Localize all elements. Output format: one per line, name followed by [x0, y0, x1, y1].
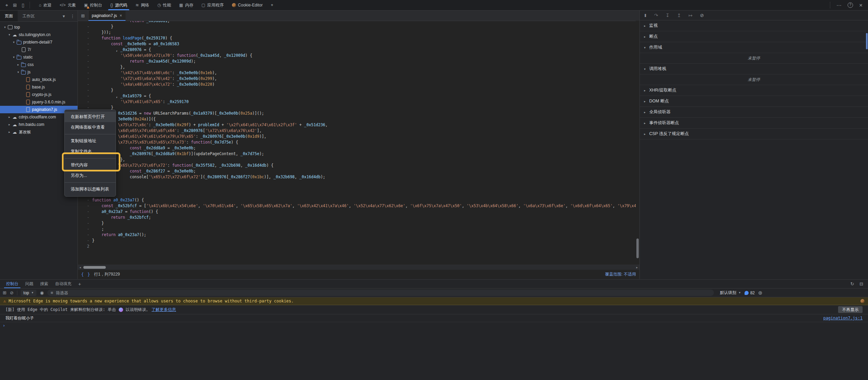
coverage-status[interactable]: 覆盖范围: 不适用 — [605, 271, 636, 277]
tree-item-base.js[interactable]: base.js — [0, 83, 78, 91]
domain-cloud-icon: ☁ — [13, 122, 17, 127]
filter-input[interactable] — [55, 290, 710, 296]
tree-item-css[interactable]: ▸css — [0, 61, 78, 68]
menu-item-item[interactable]: 复制链接地址 — [65, 136, 116, 146]
log-level-select[interactable]: 默认级别 ▼ — [720, 290, 741, 296]
tree-item-crypto-js.js[interactable]: crypto-js.js — [0, 91, 78, 98]
pretty-print-icon[interactable]: { } — [81, 272, 91, 277]
learn-more-link[interactable]: 了解更多信息 — [152, 307, 176, 313]
scroll-right-icon[interactable]: ▸ — [635, 266, 639, 269]
help-icon[interactable]: ? — [848, 2, 853, 8]
tree-item-top[interactable]: ▾top — [0, 23, 78, 31]
editor-vertical-scrollbar[interactable] — [636, 21, 639, 263]
token: new — [144, 111, 151, 116]
section-header[interactable]: ▸DOM 断点 — [640, 96, 868, 106]
menu-item-item[interactable]: 添加脚本以忽略列表 — [65, 184, 116, 195]
chevron-collapsed-icon[interactable]: ▸ — [7, 115, 12, 119]
console-tab-自动填充[interactable]: 自动填充 — [52, 280, 75, 288]
refresh-panel-icon[interactable]: ↻ — [850, 281, 854, 286]
inspect-icon[interactable]: ⌖ — [5, 3, 8, 7]
log-source-link[interactable]: pagination7.js:1 — [823, 316, 863, 320]
tree-item-auto_block.js[interactable]: auto_block.js — [0, 76, 78, 83]
tab-memory[interactable]: ▦内存 — [175, 0, 197, 10]
chevron-expanded-icon[interactable]: ▾ — [12, 40, 16, 44]
add-console-tab[interactable]: + — [75, 280, 84, 288]
tree-item-static[interactable]: ▾static — [0, 53, 78, 61]
console-sidebar-icon[interactable]: ⊞ — [3, 290, 6, 295]
sidebar-scrollbar[interactable] — [866, 33, 868, 49]
tab-cookie[interactable]: Cookie-Editor — [228, 0, 267, 10]
pause-icon[interactable]: ‖ — [645, 13, 647, 18]
chevron-collapsed-icon[interactable]: ▸ — [7, 123, 12, 126]
issues-counter[interactable]: 82 — [745, 291, 755, 295]
editor-tab-pagination7[interactable]: pagination7.js × — [88, 11, 126, 21]
tab-performance[interactable]: ◷性能 — [153, 0, 175, 10]
tree-item-problem-detail-7[interactable]: ▾problem-detail/7 — [0, 38, 78, 46]
scrollbar-thumb[interactable] — [83, 266, 106, 269]
console-settings-icon[interactable]: ⊛ — [758, 290, 763, 296]
clear-console-icon[interactable]: ⊘ — [10, 290, 14, 295]
chevron-collapsed-icon[interactable]: ▸ — [16, 63, 20, 66]
live-expression-eye-icon[interactable]: ◉ — [40, 290, 44, 295]
menu-item-item[interactable]: 复制文件名 — [65, 146, 116, 157]
tab-console[interactable]: ▣控制台 — [80, 0, 106, 10]
console-prompt[interactable]: › — [0, 322, 868, 329]
section-header[interactable]: ▸CSP 违反了规定断点 — [640, 129, 868, 139]
section-header[interactable]: ▸断点 — [640, 31, 868, 42]
section-header[interactable]: ▸监视 — [640, 20, 868, 31]
section-header[interactable]: ▸全局侦听器 — [640, 107, 868, 117]
chevron-expanded-icon[interactable]: ▾ — [16, 70, 20, 74]
dock-panel-icon[interactable]: ⊟ — [859, 281, 863, 286]
tab-home[interactable]: ⌂欢迎 — [35, 0, 55, 10]
more-options-icon[interactable]: ⋯ — [836, 3, 841, 8]
step-icon[interactable]: ↦ — [688, 13, 692, 18]
step-out-icon[interactable]: ↥ — [677, 13, 681, 18]
frame-icon — [8, 25, 13, 29]
dismiss-button[interactable]: 不再显示 — [838, 306, 863, 313]
step-over-icon[interactable]: ↷ — [654, 13, 658, 18]
console-filter[interactable]: ≡ — [47, 290, 714, 296]
kebab-menu-icon[interactable]: ⋮ — [68, 11, 78, 21]
chevron-down-icon[interactable]: ▾ — [60, 11, 68, 21]
section-header[interactable]: ▸事件侦听器断点 — [640, 118, 868, 128]
menu-item-item[interactable]: 另存为... — [65, 170, 116, 181]
scroll-left-icon[interactable]: ◂ — [78, 266, 83, 269]
tab-network[interactable]: ≋网络 — [131, 0, 153, 10]
chevron-expanded-icon[interactable]: ▾ — [7, 33, 12, 36]
tree-item-7-[interactable]: 7/ — [0, 46, 78, 53]
navigator-tab-workspace[interactable]: 工作区 — [18, 11, 39, 21]
section-header[interactable]: ▾调用堆栈 — [640, 64, 868, 74]
frame-context-select[interactable]: top ▼ — [21, 290, 37, 296]
token: _0x12009d — [170, 59, 191, 64]
section-header[interactable]: ▾作用域 — [640, 42, 868, 53]
tab-sources[interactable]: {}源代码 — [106, 0, 131, 10]
chevron-expanded-icon[interactable]: ▾ — [3, 26, 7, 29]
console-tab-控制台[interactable]: 控制台 — [3, 280, 22, 288]
menu-item-item[interactable]: 在网络面板中查看 — [65, 122, 116, 133]
tree-item-stu.tulingpyton.cn[interactable]: ▾☁stu.tulingpyton.cn — [0, 31, 78, 38]
menu-item-item[interactable]: 在新标签页中打开 — [65, 112, 116, 122]
tab-application[interactable]: ▢应用程序 — [197, 0, 228, 10]
close-icon[interactable]: × — [859, 2, 863, 8]
focus-page-icon[interactable]: ▯ — [22, 3, 24, 7]
menu-item-override-content[interactable]: 替代内容 — [65, 160, 116, 170]
chevron-expanded-icon[interactable]: ▾ — [12, 55, 16, 59]
editor-horizontal-scrollbar[interactable]: ◂ ▸ — [78, 265, 639, 270]
cookie-icon[interactable] — [861, 299, 865, 303]
code-area[interactable]: - return _0x5dd6d1;- }- }));- function l… — [78, 21, 639, 265]
section-header[interactable]: ▸XHR/提取断点 — [640, 85, 868, 96]
console-tab-问题[interactable]: 问题 — [22, 280, 37, 288]
tab-elements[interactable]: </>元素 — [56, 0, 80, 10]
step-into-icon[interactable]: ↧ — [666, 13, 670, 18]
console-tab-搜索[interactable]: 搜索 — [37, 280, 52, 288]
deactivate-breakpoints-icon[interactable]: ⊘ — [700, 13, 704, 18]
tree-item-jquery-3.6.0.min.js[interactable]: jquery-3.6.0.min.js — [0, 98, 78, 106]
navigator-tab-page[interactable]: 页面 — [0, 11, 18, 21]
close-tab-icon[interactable]: × — [120, 13, 122, 18]
tab-plus[interactable]: + — [267, 0, 277, 10]
chevron-collapsed-icon[interactable]: ▸ — [7, 130, 12, 134]
code-line: 2 — [78, 244, 639, 249]
device-toolbar-icon[interactable]: ⊞ — [13, 3, 17, 7]
navigator-toggle-icon[interactable]: ⊞ — [78, 11, 88, 21]
tree-item-js[interactable]: ▾js — [0, 68, 78, 76]
